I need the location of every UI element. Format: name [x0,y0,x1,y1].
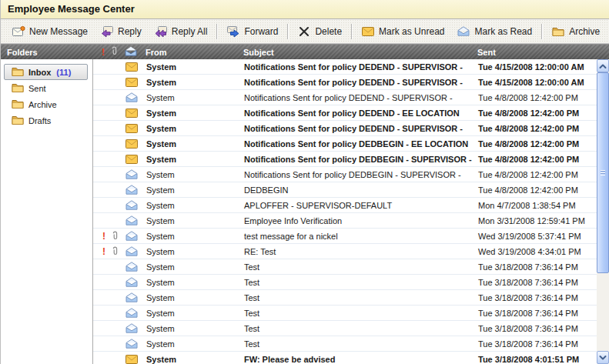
list-column-headers: ! From Subject Sent [92,45,609,59]
message-row[interactable]: ! System Test Tue 3/18/2008 7:36:14 PM [93,306,597,321]
envelope-icon [120,290,143,305]
message-sent: Tue 4/8/2008 12:42:00 PM [476,167,597,182]
message-row[interactable]: ! System Notifications Sent for policy D… [93,90,597,105]
message-list: ! System Notifications Sent for policy D… [93,59,597,364]
forward-button[interactable]: Forward [220,22,284,41]
message-row[interactable]: ! System Notifications Sent for policy D… [93,121,597,136]
message-subject: Test [242,259,476,274]
archive-button[interactable]: Archive [545,22,606,41]
message-row[interactable]: ! System Test Tue 3/18/2008 7:36:14 PM [93,275,597,290]
priority-icon: ! [102,48,105,57]
message-row[interactable]: ! System APLOFFER - SUPERVISOR-DEFAULT M… [93,198,597,213]
message-row[interactable]: ! System Notifications Sent for policy D… [93,105,597,121]
message-sent: Tue 4/15/2008 12:00:00 AM [476,59,597,74]
message-subject: Notifications Sent for policy DEDEND - S… [242,59,476,74]
envelope-icon [120,352,143,364]
envelope-icon [120,213,143,228]
subject-column-header[interactable]: Subject [241,45,475,59]
mark-as-unread-button[interactable]: Mark as Unread [355,22,450,41]
reply-all-label: Reply All [172,26,208,37]
message-from: System [143,182,242,197]
message-subject: Notifications Sent for policy DEDEND - S… [242,75,476,89]
message-sent: Tue 3/18/2008 7:36:14 PM [476,321,597,336]
message-subject: Test [242,336,476,351]
message-subject: Notifications Sent for policy DEDEND - S… [242,121,476,135]
message-from: System [143,229,242,243]
message-sent: Tue 4/15/2008 12:00:00 AM [476,75,597,89]
message-row[interactable]: ! System Test Tue 3/18/2008 7:36:14 PM [93,259,597,275]
reply-all-icon [154,25,168,38]
message-row[interactable]: ! System test message for a nickel Wed 3… [93,229,597,244]
message-row[interactable]: ! System Test Tue 3/18/2008 7:36:14 PM [93,321,597,336]
message-sent: Tue 3/18/2008 7:36:14 PM [476,306,597,320]
priority-column-header[interactable]: ! [98,45,109,59]
message-row[interactable]: ! System Notifications Sent for policy D… [93,59,597,75]
folder-label: Sent [28,84,46,93]
message-sent: Wed 3/19/2008 5:37:41 PM [476,229,597,243]
attachment-column-header[interactable] [109,45,119,59]
message-sent: Tue 3/18/2008 7:36:14 PM [476,259,597,274]
envelope-icon [120,75,143,89]
sent-column-header[interactable]: Sent [475,45,609,59]
scroll-up-button[interactable] [597,59,609,72]
mark-as-read-button[interactable]: Mark as Read [450,22,538,41]
message-row[interactable]: ! System DEDBEGIN Tue 4/8/2008 12:42:00 … [93,182,597,198]
message-sent: Tue 4/8/2008 12:42:00 PM [476,136,597,151]
message-row[interactable]: ! System RE: Test Wed 3/19/2008 4:34:01 … [93,244,597,259]
message-from: System [143,198,242,212]
folder-item[interactable]: Sent [4,80,88,96]
envelope-icon [120,136,143,151]
message-from: System [143,306,242,320]
folder-item[interactable]: Archive [4,96,88,112]
toolbar: New Message Reply Reply All Forward [1,19,609,44]
folders-panel: Inbox (11) Sent Archive Drafts [1,59,93,364]
message-row[interactable]: ! System Notifications Sent for policy D… [93,152,597,167]
message-row[interactable]: ! System Notifications Sent for policy D… [93,136,597,152]
message-row[interactable]: ! System Notifications Sent for policy D… [93,167,597,182]
message-sent: Tue 4/8/2008 12:42:00 PM [476,90,597,105]
reply-all-button[interactable]: Reply All [148,22,214,41]
toolbar-separator [216,24,217,39]
scroll-down-button[interactable] [597,351,609,364]
unread-count: (11) [56,68,71,77]
from-column-header[interactable]: From [142,45,241,59]
message-row[interactable]: ! System Employee Info Verification Mon … [93,213,597,229]
message-row[interactable]: ! System Test Tue 3/18/2008 7:36:14 PM [93,336,597,352]
message-row[interactable]: ! System Notifications Sent for policy D… [93,75,597,90]
message-subject: Test [242,321,476,336]
delete-button[interactable]: Delete [291,22,348,41]
envelope-icon [120,244,143,259]
message-from: System [143,259,242,274]
folder-item[interactable]: Drafts [4,112,88,129]
delete-icon [297,25,311,38]
message-from: System [143,121,242,135]
message-subject: Test [242,306,476,320]
reply-button[interactable]: Reply [94,22,148,41]
message-from: System [143,244,242,259]
message-from: System [143,59,242,74]
envelope-icon [120,198,143,212]
envelope-icon [120,59,143,74]
folder-label: Drafts [28,116,51,125]
folder-item[interactable]: Inbox (11) [4,64,88,80]
toolbar-separator [541,24,542,39]
read-status-column-header[interactable] [119,45,142,59]
new-message-icon [12,25,25,38]
message-from: System [143,136,242,151]
message-sent: Tue 4/8/2008 12:42:00 PM [476,182,597,197]
delete-label: Delete [315,26,342,37]
envelope-icon [120,105,143,120]
folder-label: Inbox [28,68,51,77]
message-sent: Mon 3/31/2008 12:59:41 PM [476,213,597,228]
scrollbar-thumb[interactable] [597,72,609,273]
message-subject: FW: Please be advised [242,352,476,364]
envelope-icon [120,167,143,182]
message-from: System [143,321,242,336]
message-from: System [143,152,242,166]
message-row[interactable]: ! System Test Tue 3/18/2008 7:36:14 PM [93,290,597,306]
message-from: System [143,290,242,305]
message-row[interactable]: ! System FW: Please be advised Tue 3/18/… [93,352,597,364]
new-message-button[interactable]: New Message [5,22,94,41]
envelope-icon [120,121,143,135]
vertical-scrollbar[interactable] [597,59,609,364]
